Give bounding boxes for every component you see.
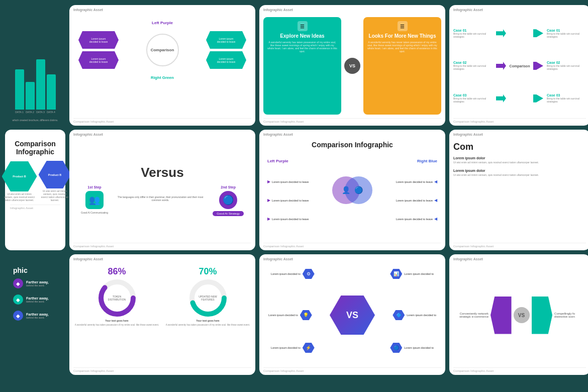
r2c2-footer: Comparison Infographic Asset	[73, 243, 251, 248]
donut1-sub-desc: A wonderful serenity has taken possessio…	[75, 324, 159, 326]
vs-circle: VS	[344, 58, 360, 74]
r3c1-partial-title: phic	[9, 262, 61, 278]
r3c1-icon-2: ◆	[13, 295, 23, 305]
r3c4-left-text: Conveniently network strategic e-commerc…	[453, 312, 488, 318]
item-left-3: ▶ Lorem ipsum decided to leave	[267, 217, 326, 221]
r3c4-label: Infographic Asset	[453, 257, 483, 261]
donut2-label: UPDATED NEW FEATURES	[197, 295, 219, 301]
hex-vs-center: VS	[330, 296, 375, 335]
card-r1c2: Infographic Asset Left Purple Lorem ipsu…	[69, 5, 255, 126]
hex-left-2: Lorem ipsumdecided to leave	[78, 51, 119, 69]
bar-label-2: DATA 2	[26, 111, 34, 114]
hex-item-mr: 🔷 Lorem ipsum decided to	[393, 310, 436, 320]
card-r3c2: Infographic Asset 86% TOKEN DISTRIBUTION…	[69, 254, 255, 375]
donut2-pct: 70%	[199, 266, 217, 277]
bar-label-4: DATA 4	[47, 111, 55, 114]
r1c3-label: Infographic Asset	[263, 8, 293, 12]
hex-product-b2: Product B	[39, 161, 71, 188]
card-r1c3: Infographic Asset ☰ Explore New Ideas A …	[259, 5, 445, 126]
vs-middle: VS	[514, 307, 530, 323]
bar-chart: DATA 1 DATA 2 DATA 3 DATA 4	[15, 59, 56, 114]
card-r3c1: phic ◆ Farther away, behind the word. ◆ …	[5, 254, 65, 375]
arrow-r1	[533, 29, 543, 37]
donut-1: 86% TOKEN DISTRIBUTION Your text goes he…	[73, 266, 160, 364]
r2c4-label: Infographic Asset	[453, 133, 483, 136]
donut-2: 70% UPDATED NEW FEATURES Your text goes …	[164, 266, 251, 364]
item-right-3: Lorem ipsum decided to leave ◀	[379, 217, 437, 221]
r3c4-footer: Comparison Infographic Asset	[453, 367, 586, 372]
hex-item-ml: Lorem ipsum decided to 💡	[268, 310, 312, 320]
arrow-r2	[533, 62, 543, 70]
donut1-footer-label: Your text goes here	[105, 319, 128, 322]
bar-3	[36, 59, 45, 110]
bar-label-1: DATA 1	[15, 111, 24, 114]
r1c3-footer: Comparison Infographic Asset	[263, 118, 441, 123]
card-r1c1: DATA 1 DATA 2 DATA 3 DATA 4 which create…	[5, 5, 65, 126]
case-right-2: Case 02 Bring to the table win survival …	[547, 61, 586, 70]
step2-label: 2nd Step	[221, 185, 236, 189]
hex-item-bl: Lorem ipsum decided to ⚡	[271, 343, 315, 353]
step1-label: 1st Step	[87, 185, 101, 189]
card-r2c4: Infographic Asset Com Lorem ipsum dolor …	[449, 130, 588, 250]
r3c3-footer: Comparison Infographic Asset	[263, 367, 441, 372]
r3c3-label: Infographic Asset	[263, 257, 293, 261]
donut2-footer-label: Your text goes here	[196, 319, 219, 322]
r2c2-label: Infographic Asset	[73, 133, 103, 136]
r2c4-item-1: Lorem ipsum dolor Ut wisi enim ad minim …	[453, 156, 586, 164]
r1c3-left-title: Explore New Ideas	[267, 33, 337, 39]
product-b1-desc: Ut wisi enim ad minim veniam, quis nostr…	[3, 192, 36, 202]
step2-icon: 🔵	[219, 191, 237, 209]
hex-right-2: Lorem ipsumdecided to leave	[206, 51, 246, 69]
circle-blue: 🔵	[345, 176, 372, 204]
card-r3c4: Infographic Asset Conveniently network s…	[449, 254, 588, 375]
r3c1-item-3: ◆ Farther away, behind the word.	[13, 311, 57, 321]
r3c1-item-2: ◆ Farther away, behind the word.	[13, 295, 57, 305]
r1c3-right-title: Looks For More New Things	[367, 33, 437, 39]
card-r2c1: Comparison Infographic Product A Ut wisi…	[5, 130, 65, 250]
r1c3-right-desc: A wonderful serenity has never taken pos…	[367, 41, 437, 53]
r3c1-icon-1: ◆	[13, 278, 23, 288]
hex-product-b1: Product B	[2, 161, 37, 191]
r2c4-footer: Comparison Infographic Asset	[453, 243, 586, 248]
hex-vs-text: VS	[330, 296, 375, 335]
r1c2-left-title: Left Purple	[152, 21, 173, 25]
shape-purple	[491, 297, 512, 334]
r2c3-right-label: Right Blue	[379, 159, 437, 163]
step-desc: The languages only differ in their gramm…	[113, 185, 208, 202]
shape-teal	[532, 297, 553, 334]
r1c1-footer: which created brochure, different clotim…	[12, 119, 58, 122]
r2c3-left-label: Left Purple	[267, 159, 326, 163]
r2c4-item-2: Lorem ipsum dolor Ut wisi enim ad minim …	[453, 169, 586, 176]
hex-item-br: 🔵 Lorem ipsum decided to	[390, 343, 434, 353]
case-right-3: Case 03 Bring to the table win survival …	[547, 93, 586, 103]
r3c1-item-1: ◆ Farther away, behind the word.	[13, 278, 57, 288]
badge-text: Good At Strategy	[213, 211, 244, 216]
r1c2-right-title: Right Green	[151, 75, 174, 80]
r1c4-footer: Comparison Infographic Asset	[453, 118, 586, 123]
product-b1: Product B Ut wisi enim ad minim veniam, …	[2, 161, 37, 202]
product-b2-desc: Ut wisi enim ad minim veniam, quis nostr…	[40, 189, 70, 202]
item-left-1: ▶ Lorem ipsum decided to leave	[267, 179, 326, 184]
product-b2: Product B Ut wisi enim ad minim veniam, …	[39, 161, 71, 202]
bar-2	[26, 82, 35, 110]
r1c2-label: Infographic Asset	[73, 8, 103, 12]
item-right-1: Lorem ipsum decided to leave ◀	[379, 179, 437, 184]
card-r3c3: Infographic Asset VS Lorem ipsum decided…	[259, 254, 445, 375]
arrow-2	[496, 62, 506, 70]
r1c2-footer: Comparison Infographic Asset	[73, 118, 251, 123]
r1c4-center: Comparison	[510, 64, 530, 68]
r1c3-left-desc: A wonderful serenity has taken possessio…	[267, 41, 337, 53]
case-left-3: Case 03 Bring to the table win survival …	[453, 93, 493, 103]
case-left-2: Case 02 Bring to the table win survival …	[453, 61, 493, 70]
bar-1	[15, 69, 24, 110]
r3c4-right-text: Compellingly fo distinctive scen	[554, 312, 586, 318]
r1c4-label: Infographic Asset	[453, 8, 483, 12]
bar-4	[47, 74, 56, 110]
comparison-center-text: Comparison	[151, 48, 174, 52]
product-a: Product A Ut wisi enim ad minim veniam, …	[0, 163, 1, 202]
donut1-pct: 86%	[108, 266, 126, 277]
r2c1-title: Comparison Infographic	[10, 140, 60, 156]
r2c4-partial-title: Com	[453, 142, 586, 152]
r2c3-footer: Comparison Infographic Asset	[263, 243, 441, 248]
donut1-label: TOKEN DISTRIBUTION	[106, 295, 128, 301]
